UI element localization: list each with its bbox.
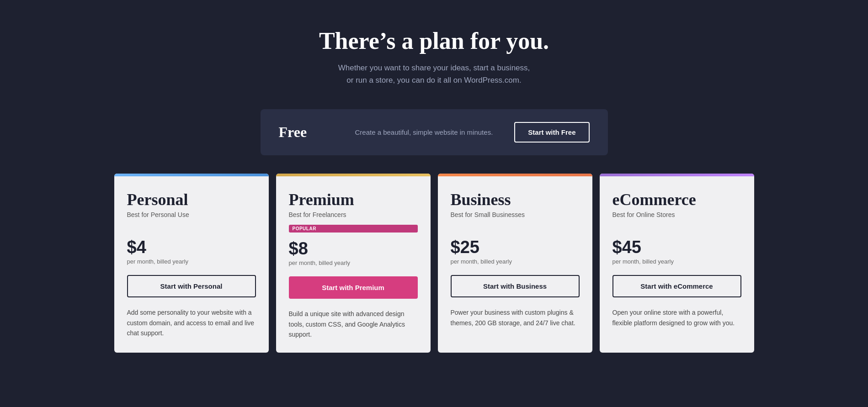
personal-description: Add some personality to your website wit… <box>127 307 256 338</box>
business-spacer <box>451 225 580 238</box>
start-business-button[interactable]: Start with Business <box>451 275 580 297</box>
ecommerce-description: Open your online store with a powerful, … <box>612 307 741 328</box>
free-plan-description: Create a beautiful, simple website in mi… <box>352 128 496 136</box>
ecommerce-plan-tagline: Best for Online Stores <box>612 211 741 218</box>
business-description: Power your business with custom plugins … <box>451 307 580 328</box>
ecommerce-billing: per month, billed yearly <box>612 258 741 265</box>
ecommerce-price: $45 <box>612 238 741 257</box>
premium-billing: per month, billed yearly <box>289 259 418 266</box>
personal-plan-name: Personal <box>127 190 256 209</box>
personal-spacer <box>127 225 256 238</box>
plan-card-ecommerce: eCommerceBest for Online Stores$45per mo… <box>600 174 754 352</box>
start-premium-button[interactable]: Start with Premium <box>289 276 418 299</box>
premium-price: $8 <box>289 239 418 259</box>
plans-grid: PersonalBest for Personal Use$4per month… <box>114 174 754 352</box>
start-personal-button[interactable]: Start with Personal <box>127 275 256 297</box>
premium-plan-tagline: Best for Freelancers <box>289 211 418 218</box>
ecommerce-plan-name: eCommerce <box>612 190 741 209</box>
popular-badge: POPULAR <box>289 225 418 233</box>
premium-description: Build a unique site with advanced design… <box>289 309 418 339</box>
personal-billing: per month, billed yearly <box>127 258 256 265</box>
plan-card-business: BusinessBest for Small Businesses$25per … <box>438 174 592 352</box>
start-free-button[interactable]: Start with Free <box>514 122 589 143</box>
start-ecommerce-button[interactable]: Start with eCommerce <box>612 275 741 297</box>
personal-price: $4 <box>127 238 256 257</box>
business-plan-name: Business <box>451 190 580 209</box>
premium-plan-name: Premium <box>289 190 418 209</box>
plan-card-premium: PremiumBest for FreelancersPOPULAR$8per … <box>276 174 431 352</box>
business-billing: per month, billed yearly <box>451 258 580 265</box>
page-subtitle: Whether you want to share your ideas, st… <box>319 62 549 86</box>
ecommerce-spacer <box>612 225 741 238</box>
personal-plan-tagline: Best for Personal Use <box>127 211 256 218</box>
free-plan-name: Free <box>279 124 334 141</box>
page-header: There’s a plan for you. Whether you want… <box>319 27 549 86</box>
business-price: $25 <box>451 238 580 257</box>
page-title: There’s a plan for you. <box>319 27 549 54</box>
business-plan-tagline: Best for Small Businesses <box>451 211 580 218</box>
plan-card-personal: PersonalBest for Personal Use$4per month… <box>114 174 269 352</box>
free-plan-banner: Free Create a beautiful, simple website … <box>261 109 608 155</box>
